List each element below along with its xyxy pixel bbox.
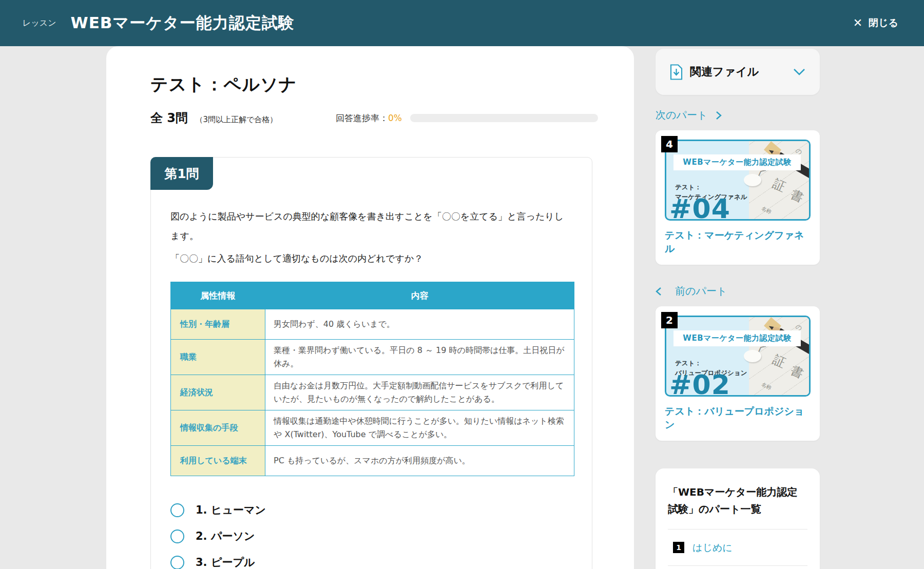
- next-part-thumbnail[interactable]: 了 証 書 の 名称 WEBマーケター能力認定試験 テスト：: [665, 140, 811, 221]
- thumbnail-part-number: #04: [669, 193, 730, 221]
- thumbnail-brand-title: WEBマーケター能力認定試験: [673, 330, 801, 346]
- answer-option[interactable]: 3. ピープル: [170, 555, 568, 569]
- answer-option-label: 1. ヒューマン: [196, 503, 266, 517]
- table-row: 経済状況 自由なお金は月数万円位。大手定額制動画配信サービスをサブスクで利用して…: [171, 375, 574, 410]
- answer-options: 1. ヒューマン 2. パーソン 3. ピープル 4. ペルソナ: [170, 503, 568, 569]
- main-panel: テスト：ペルソナ 全 3問 （3問以上正解で合格） 回答進捗率： 0% 第1問 …: [106, 46, 634, 569]
- certificate-character: 書: [788, 186, 806, 206]
- certificate-character: 証: [770, 351, 788, 371]
- answer-option-label: 3. ピープル: [196, 555, 255, 569]
- prev-part-label: 前のパート: [675, 284, 727, 298]
- question-text: 図のように製品やサービスの典型的な顧客像を書き出すことを「〇〇を立てる」と言った…: [170, 207, 568, 268]
- prev-part-thumbnail-wrap: 2 了 証 書 の 名称 WEBマーケター能力認定試験: [665, 316, 811, 397]
- persona-table-header-row: 属性情報 内容: [171, 282, 574, 309]
- thumbnail-brand-title: WEBマーケター能力認定試験: [673, 154, 801, 170]
- answer-option[interactable]: 2. パーソン: [170, 529, 568, 543]
- content-cell: 自由なお金は月数万円位。大手定額制動画配信サービスをサブスクで利用していたが、見…: [265, 375, 574, 410]
- progress-group: 回答進捗率： 0%: [336, 112, 598, 124]
- persona-table-header-attribute: 属性情報: [171, 282, 265, 309]
- related-files-label: 関連ファイル: [690, 64, 759, 80]
- attribute-cell: 性別・年齢層: [171, 309, 265, 340]
- table-row: 利用している端末 PC も持っているが、スマホの方が利用頻度が高い。: [171, 446, 574, 476]
- app-header: レッスン WEBマーケター能力認定試験 ✕ 閉じる: [0, 0, 924, 46]
- prev-part-title-link[interactable]: テスト：バリュープロポジション: [665, 405, 811, 431]
- app-title: WEBマーケター能力認定試験: [71, 12, 295, 34]
- attribute-cell: 利用している端末: [171, 446, 265, 476]
- chevron-left-icon: [656, 287, 662, 296]
- prev-part-thumbnail[interactable]: 了 証 書 の 名称 WEBマーケター能力認定試験 テスト：: [665, 316, 811, 397]
- pass-note: （3問以上正解で合格）: [195, 115, 277, 124]
- radio-button-icon[interactable]: [170, 556, 184, 569]
- quiz-title: テスト：ペルソナ: [150, 73, 634, 96]
- file-download-icon: [670, 64, 683, 80]
- certificate-photo: 了 証 書 の 名称: [749, 317, 809, 395]
- next-part-title-link[interactable]: テスト：マーケティングファネル: [665, 229, 811, 256]
- next-part-card: 4 了 証 書 の 名称 WEBマーケター能力認定試験: [656, 130, 820, 265]
- content-cell: 情報収集は通勤途中や休憩時間に行うことが多い。知りたい情報はネット検索や X(T…: [265, 410, 574, 446]
- close-button-label: 閉じる: [869, 16, 898, 30]
- persona-table-body: 性別・年齢層 男女問わず、40 歳くらいまで。 職業 業種・業界問わず働いている…: [171, 309, 574, 476]
- part-item-number-badge: 1: [673, 542, 684, 553]
- part-list-item[interactable]: 2 テスト：バリュープロポジション: [668, 565, 807, 569]
- attribute-cell: 情報収集の手段: [171, 410, 265, 446]
- sidebar: 関連ファイル 次のパート 4 了 証 書 の 名称: [656, 46, 820, 569]
- part-item-label: はじめに: [692, 540, 733, 555]
- attribute-cell: 経済状況: [171, 375, 265, 410]
- part-number-badge: 2: [661, 312, 678, 328]
- prev-part-card: 2 了 証 書 の 名称 WEBマーケター能力認定試験: [656, 306, 820, 441]
- close-button[interactable]: ✕ 閉じる: [850, 16, 901, 30]
- part-list-card: 「WEBマーケター能力認定試験」のパート一覧 1 はじめに 2 テスト：バリュー…: [656, 468, 820, 569]
- question-body: 図のように製品やサービスの典型的な顧客像を書き出すことを「〇〇を立てる」と言った…: [151, 158, 592, 569]
- related-files-toggle[interactable]: 関連ファイル: [656, 49, 820, 95]
- chevron-right-icon: [716, 111, 722, 120]
- certificate-character: 書: [788, 362, 806, 382]
- part-list-heading: 「WEBマーケター能力認定試験」のパート一覧: [668, 484, 807, 518]
- chevron-down-icon: [793, 68, 805, 75]
- next-part-label: 次のパート: [656, 108, 707, 122]
- attribute-cell: 職業: [171, 340, 265, 375]
- thumbnail-subtitle-line1: テスト：: [675, 358, 747, 368]
- part-list-item[interactable]: 1 はじめに: [668, 529, 807, 565]
- close-icon: ✕: [853, 17, 862, 29]
- persona-table-header-content: 内容: [265, 282, 574, 309]
- persona-table: 属性情報 内容 性別・年齢層 男女問わず、40 歳くらいまで。 職業 業種・業界…: [170, 282, 574, 476]
- content-cell: 業種・業界問わず働いている。平日の 8 ～ 19 時の時間帯は仕事。土日祝日が休…: [265, 340, 574, 375]
- next-part-thumbnail-wrap: 4 了 証 書 の 名称 WEBマーケター能力認定試験: [665, 140, 811, 221]
- quiz-meta-row: 全 3問 （3問以上正解で合格） 回答進捗率： 0%: [150, 110, 598, 126]
- radio-button-icon[interactable]: [170, 529, 184, 543]
- part-number-badge: 4: [661, 136, 678, 152]
- answer-option[interactable]: 1. ヒューマン: [170, 503, 568, 517]
- certificate-photo: 了 証 書 の 名称: [749, 141, 809, 219]
- next-part-link[interactable]: 次のパート: [656, 108, 820, 122]
- progress-label: 回答進捗率：: [336, 112, 388, 124]
- content-cell: 男女問わず、40 歳くらいまで。: [265, 309, 574, 340]
- question-card: 第1問 図のように製品やサービスの典型的な顧客像を書き出すことを「〇〇を立てる」…: [150, 157, 592, 569]
- certificate-character: 名称: [760, 205, 773, 215]
- certificate-character: 名称: [760, 381, 773, 391]
- progress-value: 0%: [388, 113, 402, 123]
- progress-bar: [410, 114, 598, 122]
- thumbnail-subtitle-line1: テスト：: [675, 182, 747, 192]
- table-row: 性別・年齢層 男女問わず、40 歳くらいまで。: [171, 309, 574, 340]
- question-text-line1: 図のように製品やサービスの典型的な顧客像を書き出すことを「〇〇を立てる」と言った…: [170, 207, 568, 246]
- table-row: 職業 業種・業界問わず働いている。平日の 8 ～ 19 時の時間帯は仕事。土日祝…: [171, 340, 574, 375]
- certificate-character: 証: [770, 175, 788, 195]
- answer-option-label: 2. パーソン: [196, 529, 255, 543]
- prev-part-link[interactable]: 前のパート: [656, 284, 820, 298]
- thumbnail-part-number: #02: [669, 369, 730, 397]
- question-count: 全 3問 （3問以上正解で合格）: [150, 110, 277, 126]
- question-number-badge: 第1問: [150, 157, 213, 190]
- question-text-line2: 「〇〇」に入る語句として適切なものは次の内どれですか？: [170, 249, 568, 268]
- radio-button-icon[interactable]: [170, 503, 184, 517]
- question-total: 全 3問: [150, 111, 188, 125]
- content-cell: PC も持っているが、スマホの方が利用頻度が高い。: [265, 446, 574, 476]
- table-row: 情報収集の手段 情報収集は通勤途中や休憩時間に行うことが多い。知りたい情報はネッ…: [171, 410, 574, 446]
- lesson-label: レッスン: [23, 18, 56, 29]
